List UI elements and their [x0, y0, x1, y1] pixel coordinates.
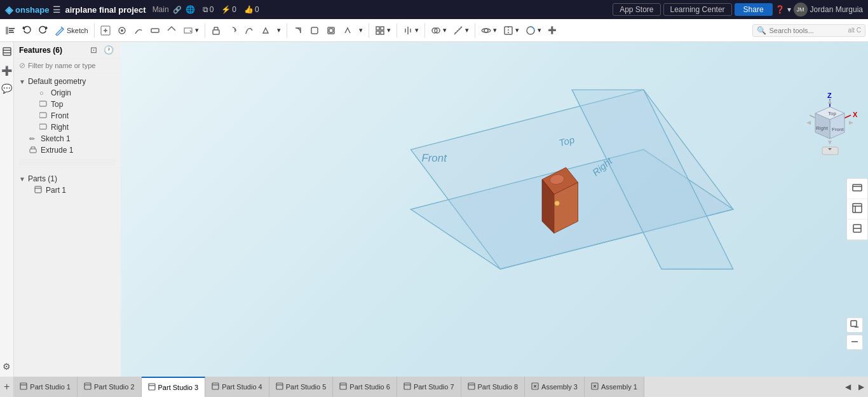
zoom-in-button[interactable] — [846, 317, 863, 333]
boolean-tool[interactable]: ▾ — [428, 24, 449, 37]
rt-btn-1[interactable] — [847, 179, 867, 199]
comment-icon[interactable]: 💬 — [0, 82, 13, 95]
nav-cube[interactable]: X Z Top Front Right — [800, 93, 860, 157]
app-store-button[interactable]: App Store — [613, 3, 660, 16]
rt-btn-2[interactable] — [847, 199, 867, 219]
default-geometry-header[interactable]: ▼ Default geometry — [19, 76, 116, 87]
tab-part-studio-1[interactable]: Part Studio 1 — [13, 377, 78, 397]
feature-icon[interactable] — [1, 46, 13, 59]
viewport[interactable]: Front Top Right X — [121, 42, 868, 377]
measure-tool[interactable]: ▾ — [451, 24, 471, 37]
tab-label-7: Part Studio 8 — [478, 383, 519, 391]
tab-part-studio-7[interactable]: Part Studio 7 — [397, 377, 461, 397]
feature-select-all[interactable]: ⊡ — [88, 45, 99, 55]
divider-1 — [94, 24, 95, 38]
parts-header[interactable]: ▼ Parts (1) — [14, 173, 121, 185]
hamburger-menu[interactable]: ☰ — [53, 4, 61, 15]
tab-part-studio-5[interactable]: Part Studio 5 — [269, 377, 334, 397]
svg-rect-71 — [276, 383, 283, 389]
tab-part-studio-8[interactable]: Part Studio 8 — [461, 377, 526, 397]
origin-item[interactable]: ○ Origin — [19, 87, 116, 99]
tab-assembly-1[interactable]: Assembly 1 — [585, 377, 644, 397]
view-tool[interactable]: ▾ — [478, 24, 499, 37]
sweep-tool[interactable] — [241, 24, 257, 37]
search-input[interactable] — [769, 27, 845, 34]
tab-scroll-left[interactable]: ◀ — [841, 380, 855, 394]
toolbar-search: 🔍 alt C — [752, 24, 865, 37]
part-icon — [34, 186, 43, 195]
revolve-tool[interactable] — [225, 24, 240, 37]
tool-3[interactable] — [147, 24, 163, 37]
tab-part-studio-3[interactable]: Part Studio 3 — [142, 377, 206, 397]
help-icon[interactable]: ❓ — [775, 5, 785, 14]
front-plane-item[interactable]: Front — [19, 110, 116, 122]
shell-tool[interactable] — [323, 24, 339, 37]
tab-icon-1 — [84, 382, 92, 391]
search-icon: 🔍 — [757, 26, 766, 35]
chevron-down-icon: ▼ — [19, 78, 25, 85]
undo-button[interactable] — [19, 24, 34, 37]
plus-tool[interactable]: ➕ — [545, 25, 559, 36]
globe-icon[interactable]: 🌐 — [186, 5, 195, 14]
tab-part-studio-4[interactable]: Part Studio 4 — [205, 377, 269, 397]
dropdown-3[interactable]: ▾ — [356, 25, 365, 36]
tab-scroll-right[interactable]: ▶ — [855, 380, 868, 394]
zoom-out-button[interactable] — [846, 335, 863, 350]
sketch-button[interactable]: Sketch — [52, 24, 91, 37]
sketch1-item[interactable]: ✏ Sketch 1 — [19, 133, 116, 144]
tab-icon-0 — [20, 382, 27, 391]
tab-part-studio-6[interactable]: Part Studio 6 — [333, 377, 397, 397]
plus-icon[interactable]: ➕ — [0, 64, 13, 77]
render-tool[interactable]: ▾ — [523, 24, 544, 37]
draft-tool[interactable] — [340, 24, 355, 37]
feature-history[interactable]: 🕐 — [102, 45, 116, 55]
mirror-tool[interactable]: ▾ — [400, 24, 421, 37]
tab-label-1: Part Studio 2 — [94, 383, 135, 391]
part1-item[interactable]: Part 1 — [14, 185, 121, 196]
thumb-icon[interactable]: 👍 0 — [244, 5, 259, 14]
tool-dropdown-1[interactable]: ▾ — [180, 24, 201, 37]
3d-scene: Front Top Right — [121, 42, 868, 377]
add-tab-button[interactable]: + — [0, 381, 13, 393]
svg-point-19 — [484, 29, 488, 32]
tab-part-studio-2[interactable]: Part Studio 2 — [78, 377, 142, 397]
tool-2[interactable] — [131, 24, 146, 37]
tool-1[interactable] — [114, 24, 130, 37]
loft-tool[interactable] — [258, 24, 273, 37]
learning-center-button[interactable]: Learning Center — [663, 3, 732, 16]
svg-rect-8 — [151, 29, 159, 32]
right-plane-item[interactable]: Right — [19, 122, 116, 133]
chamfer-tool[interactable] — [307, 24, 322, 37]
left-panel-toggle[interactable] — [3, 24, 18, 37]
top-plane-item[interactable]: Top — [19, 99, 116, 110]
dropdown-2[interactable]: ▾ — [275, 25, 283, 36]
tool-4[interactable] — [164, 24, 179, 37]
pattern-tool[interactable]: ▾ — [372, 24, 393, 37]
fillet-tool[interactable] — [290, 24, 306, 37]
filter-input[interactable] — [28, 62, 116, 69]
tab-assembly-3[interactable]: Assembly 3 — [525, 377, 585, 397]
nav-right-buttons: App Store Learning Center Share ❓ ▾ JM J… — [613, 3, 863, 17]
front-plane-label: Front — [51, 111, 69, 120]
redo-button[interactable] — [36, 24, 51, 37]
default-geometry-label: Default geometry — [28, 77, 86, 86]
share-button[interactable]: Share — [735, 3, 773, 16]
extrude-tool[interactable] — [208, 24, 224, 37]
svg-text:Front: Front — [832, 127, 844, 132]
svg-rect-67 — [149, 384, 155, 390]
nav-cube-container[interactable]: X Z Top Front Right — [800, 93, 860, 157]
scroll-area[interactable] — [19, 158, 116, 166]
user-avatar[interactable]: JM — [794, 3, 808, 17]
extrude1-item[interactable]: Extrude 1 — [19, 144, 116, 156]
chevron-down-icon[interactable]: ▾ — [787, 5, 791, 14]
tab-icon-2 — [148, 383, 156, 392]
copy-icon[interactable]: ⧉ 0 — [203, 5, 214, 14]
link-icon[interactable]: 🔗 — [173, 6, 182, 14]
settings-icon[interactable]: ⚙ — [1, 360, 12, 373]
section-tool[interactable]: ▾ — [501, 24, 522, 37]
svg-rect-13 — [376, 27, 379, 30]
rt-btn-3[interactable] — [847, 219, 867, 240]
new-sketch-icon[interactable] — [98, 24, 113, 37]
bolt-icon[interactable]: ⚡ 0 — [221, 5, 236, 14]
logo-icon: ◈ — [5, 4, 13, 16]
